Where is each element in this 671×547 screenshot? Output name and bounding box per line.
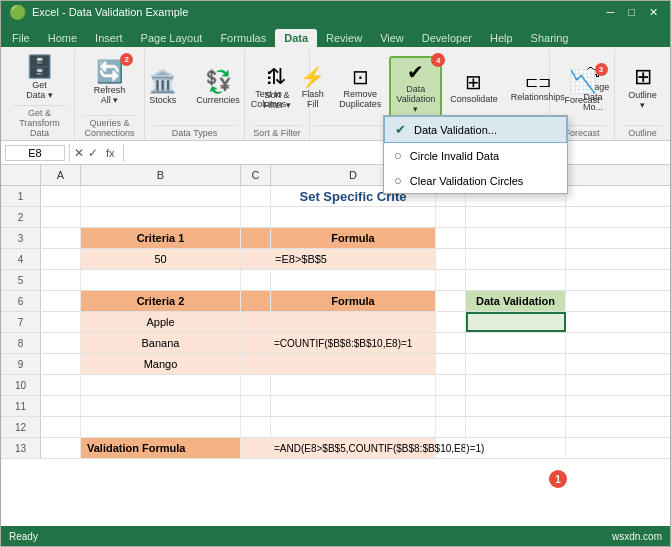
cell-b1[interactable] — [81, 186, 241, 206]
close-btn[interactable]: ✕ — [645, 6, 662, 19]
cell-b8[interactable]: Banana — [81, 333, 241, 353]
cell-c1[interactable] — [241, 186, 271, 206]
cell-e7[interactable] — [436, 312, 466, 332]
maximize-btn[interactable]: □ — [624, 6, 639, 19]
cell-b4[interactable]: 50 — [81, 249, 241, 269]
confirm-icon[interactable]: ✓ — [88, 146, 98, 160]
cell-b7[interactable]: Apple — [81, 312, 241, 332]
tab-view[interactable]: View — [371, 29, 413, 47]
col-header-b[interactable]: B — [81, 165, 241, 185]
cell-f11[interactable] — [466, 396, 566, 416]
cell-d6[interactable]: Formula — [271, 291, 436, 311]
cell-a6[interactable] — [41, 291, 81, 311]
minimize-btn[interactable]: ─ — [603, 6, 619, 19]
currencies-button[interactable]: 💱 Currencies — [189, 66, 247, 110]
cell-d7[interactable] — [271, 312, 436, 332]
cell-a11[interactable] — [41, 396, 81, 416]
cell-d2[interactable] — [271, 207, 436, 227]
cell-b5[interactable] — [81, 270, 241, 290]
cell-a3[interactable] — [41, 228, 81, 248]
cell-e4[interactable] — [436, 249, 466, 269]
tab-formulas[interactable]: Formulas — [211, 29, 275, 47]
cell-a4[interactable] — [41, 249, 81, 269]
cell-a12[interactable] — [41, 417, 81, 437]
get-data-button[interactable]: 🗄️ GetData ▾ — [19, 51, 60, 105]
outline-button[interactable]: ⊞ Outline▾ — [621, 61, 664, 115]
cell-e2[interactable] — [436, 207, 466, 227]
cell-c11[interactable] — [241, 396, 271, 416]
cell-a9[interactable] — [41, 354, 81, 374]
cell-b13[interactable]: Validation Formula — [81, 438, 241, 458]
cell-c8[interactable] — [241, 333, 271, 353]
tab-help[interactable]: Help — [481, 29, 522, 47]
cell-e13[interactable] — [436, 438, 466, 458]
tab-home[interactable]: Home — [39, 29, 86, 47]
cell-f3[interactable] — [466, 228, 566, 248]
tab-developer[interactable]: Developer — [413, 29, 481, 47]
cell-d9[interactable] — [271, 354, 436, 374]
tab-data[interactable]: Data — [275, 29, 317, 47]
cell-b2[interactable] — [81, 207, 241, 227]
cell-c6[interactable] — [241, 291, 271, 311]
cell-f2[interactable] — [466, 207, 566, 227]
tab-file[interactable]: File — [3, 29, 39, 47]
cell-b9[interactable]: Mango — [81, 354, 241, 374]
dropdown-item-clear-validation[interactable]: ○ Clear Validation Circles — [384, 168, 567, 193]
cell-a7[interactable] — [41, 312, 81, 332]
cell-c2[interactable] — [241, 207, 271, 227]
cell-c3[interactable] — [241, 228, 271, 248]
cell-a13[interactable] — [41, 438, 81, 458]
cell-f9[interactable] — [466, 354, 566, 374]
cell-c13[interactable] — [241, 438, 271, 458]
cell-d12[interactable] — [271, 417, 436, 437]
cell-e5[interactable] — [436, 270, 466, 290]
cell-c4[interactable] — [241, 249, 271, 269]
cell-e3[interactable] — [436, 228, 466, 248]
cell-a1[interactable] — [41, 186, 81, 206]
consolidate-button[interactable]: ⊞ Consolidate — [444, 67, 504, 109]
cell-c9[interactable] — [241, 354, 271, 374]
col-header-c[interactable]: C — [241, 165, 271, 185]
cell-a2[interactable] — [41, 207, 81, 227]
cell-b3[interactable]: Criteria 1 — [81, 228, 241, 248]
cell-d11[interactable] — [271, 396, 436, 416]
cell-e9[interactable] — [436, 354, 466, 374]
cell-b10[interactable] — [81, 375, 241, 395]
dropdown-item-data-validation[interactable]: ✔ Data Validation... — [384, 116, 567, 143]
forecast-button[interactable]: 📉 Forecast 3 — [558, 66, 607, 110]
cancel-icon[interactable]: ✕ — [74, 146, 84, 160]
cell-f7-selected[interactable] — [466, 312, 566, 332]
cell-d3[interactable]: Formula — [271, 228, 436, 248]
cell-a5[interactable] — [41, 270, 81, 290]
cell-e6[interactable] — [436, 291, 466, 311]
cell-e12[interactable] — [436, 417, 466, 437]
cell-b6[interactable]: Criteria 2 — [81, 291, 241, 311]
text-to-columns-button[interactable]: ⫶ Text toColumns — [245, 62, 293, 114]
data-validation-button[interactable]: ✔ DataValidation ▾ 4 — [389, 56, 442, 120]
cell-b11[interactable] — [81, 396, 241, 416]
cell-f8[interactable] — [466, 333, 566, 353]
cell-reference-input[interactable] — [5, 145, 65, 161]
cell-e8[interactable] — [436, 333, 466, 353]
refresh-all-button[interactable]: 🔄 RefreshAll ▾ 2 — [87, 56, 133, 110]
col-header-a[interactable]: A — [41, 165, 81, 185]
cell-d5[interactable] — [271, 270, 436, 290]
cell-c10[interactable] — [241, 375, 271, 395]
tab-page-layout[interactable]: Page Layout — [132, 29, 212, 47]
cell-d4[interactable]: =E8>$B$5 — [271, 249, 436, 269]
cell-f12[interactable] — [466, 417, 566, 437]
cell-f5[interactable] — [466, 270, 566, 290]
cell-c12[interactable] — [241, 417, 271, 437]
dropdown-item-circle-invalid[interactable]: ○ Circle Invalid Data — [384, 143, 567, 168]
cell-f4[interactable] — [466, 249, 566, 269]
flash-fill-button[interactable]: ⚡ FlashFill — [294, 62, 331, 114]
cell-d13[interactable]: =AND(E8>$B$5,COUNTIF($B$8:$B$10,E8)=1) — [271, 438, 436, 458]
cell-f6[interactable]: Data Validation — [466, 291, 566, 311]
tab-review[interactable]: Review — [317, 29, 371, 47]
stocks-button[interactable]: 🏛️ Stocks — [142, 66, 183, 110]
cell-e11[interactable] — [436, 396, 466, 416]
cell-a10[interactable] — [41, 375, 81, 395]
cell-e10[interactable] — [436, 375, 466, 395]
tab-sharing[interactable]: Sharing — [522, 29, 578, 47]
cell-c7[interactable] — [241, 312, 271, 332]
